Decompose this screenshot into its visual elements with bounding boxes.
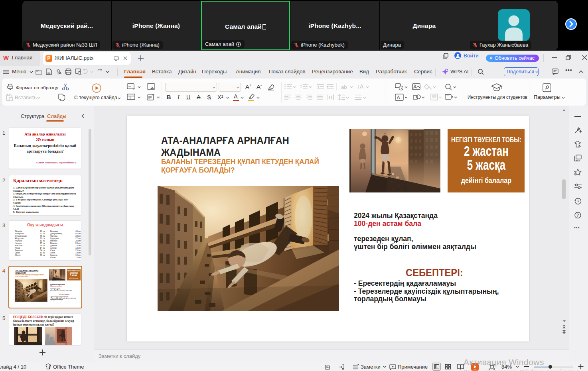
svg-text:L: L	[327, 366, 328, 368]
svg-text:2: 2	[300, 86, 302, 88]
svg-text:?: ?	[576, 213, 579, 218]
svg-text:A: A	[397, 95, 400, 100]
